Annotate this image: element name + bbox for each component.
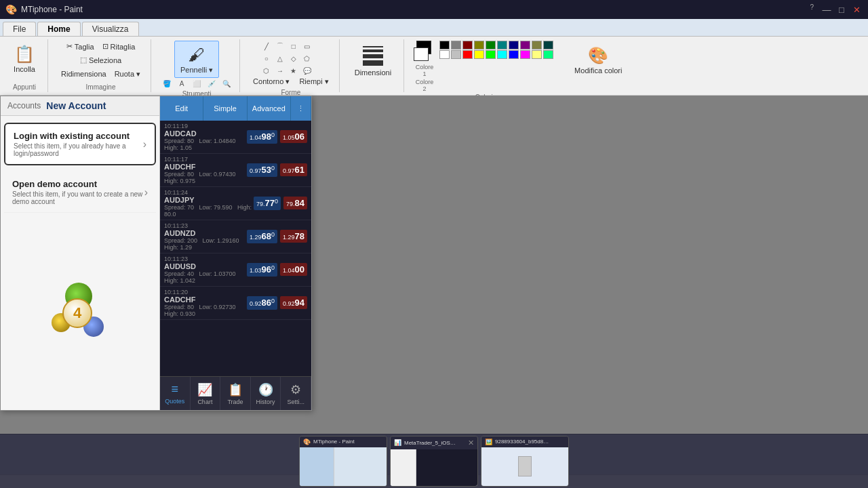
close-button[interactable]: ✕ xyxy=(850,3,863,16)
seleziona-icon: ⬚ xyxy=(80,56,87,64)
color-swatch[interactable] xyxy=(451,50,461,59)
triangle-tool[interactable]: △ xyxy=(274,53,286,64)
tab-settings[interactable]: ⚙ Setti... xyxy=(281,377,311,410)
dimensioni-button[interactable]: Dimensioni xyxy=(349,41,397,79)
callout-tool[interactable]: 💬 xyxy=(301,65,313,76)
fill-tool[interactable]: 🪣 xyxy=(161,78,173,89)
quote-ask[interactable]: 1.0506 xyxy=(280,130,307,143)
window-controls: ? — □ ✕ xyxy=(810,3,863,16)
color-swatch[interactable] xyxy=(462,50,473,59)
quote-row[interactable]: 10:11:19 AUDCAD Spread: 80 Low: 1.04840 … xyxy=(160,121,311,154)
color-swatch[interactable] xyxy=(497,50,507,59)
more-nav-btn[interactable]: ⋮ xyxy=(291,96,311,121)
open-demo-option[interactable]: Open demo account Select this item, if y… xyxy=(4,172,156,213)
minimize-button[interactable]: — xyxy=(821,3,833,16)
taskbar-item-header-0: 🎨 MTiphone - Paint xyxy=(300,436,387,447)
quote-ask[interactable]: 0.9761 xyxy=(280,163,307,176)
tab-chart[interactable]: 📈 Chart xyxy=(191,377,221,410)
tab-file[interactable]: File xyxy=(3,22,36,36)
text-tool[interactable]: A xyxy=(176,78,188,89)
hexagon-tool[interactable]: ⬡ xyxy=(260,65,273,76)
line-tool[interactable]: ╱ xyxy=(260,41,273,52)
bid-main: 77 xyxy=(265,199,275,209)
color-swatch[interactable] xyxy=(439,41,450,49)
color-swatch[interactable] xyxy=(543,41,553,49)
tab-history[interactable]: 🕐 History xyxy=(251,377,281,410)
help-icon[interactable]: ? xyxy=(810,3,814,16)
quote-bid[interactable]: 0.92860 xyxy=(247,296,277,309)
round-rect-tool[interactable]: ▭ xyxy=(301,41,313,52)
maximize-button[interactable]: □ xyxy=(835,3,848,16)
quote-ask[interactable]: 0.9294 xyxy=(280,296,307,309)
ridimensiona-button[interactable]: Ridimensiona xyxy=(58,68,110,79)
ellipse-tool[interactable]: ○ xyxy=(260,53,273,64)
contorno-button[interactable]: Contorno ▾ xyxy=(250,76,293,87)
tab-trade[interactable]: 📋 Trade xyxy=(220,377,251,410)
ritaglia-button[interactable]: ⊡ Ritaglia xyxy=(99,41,139,52)
quote-bid[interactable]: 79.770 xyxy=(254,197,281,209)
curve-tool[interactable]: ⌒ xyxy=(274,41,286,52)
taskbar-close-1[interactable]: ✕ xyxy=(468,439,474,447)
color-swatch[interactable] xyxy=(486,50,496,59)
eraser-tool[interactable]: ⬜ xyxy=(191,78,203,89)
color2-box[interactable] xyxy=(414,47,429,61)
taskbar-item-1[interactable]: 📊 MetaTrader_5_iOS_build... ✕ xyxy=(390,436,478,487)
zoom-tool[interactable]: 🔍 xyxy=(220,78,233,89)
color-swatch[interactable] xyxy=(509,50,519,59)
quote-bid[interactable]: 0.97530 xyxy=(247,163,277,176)
taskbar-item-2[interactable]: 🖼️ 9288933604_b95d885a7f_o - Pa... xyxy=(481,436,569,487)
quote-bid[interactable]: 1.04980 xyxy=(247,130,277,143)
advanced-nav-btn[interactable]: Advanced xyxy=(248,96,291,121)
quote-row[interactable]: 10:11:23 AUDUSD Spread: 40 Low: 1.03700 … xyxy=(160,253,311,287)
color-swatch[interactable] xyxy=(543,50,553,59)
quote-row[interactable]: 10:11:17 AUDCHF Spread: 80 Low: 0.97430 … xyxy=(160,154,311,187)
modifica-colori-button[interactable]: 🎨 Modifica colori xyxy=(569,42,627,89)
pentagon-tool[interactable]: ⬠ xyxy=(301,53,313,64)
quote-row[interactable]: 10:11:20 CADCHF Spread: 80 Low: 0.92730 … xyxy=(160,287,311,320)
seleziona-button[interactable]: ⬚ Seleziona xyxy=(77,54,125,66)
ridimensiona-label: Ridimensiona xyxy=(61,70,106,78)
quote-bid[interactable]: 1.03960 xyxy=(247,263,277,276)
riempi-button[interactable]: Riempi ▾ xyxy=(296,76,332,87)
diamond-tool[interactable]: ◇ xyxy=(288,53,300,64)
quotes-nav: Edit Simple Advanced ⋮ xyxy=(160,96,311,121)
accounts-tab[interactable]: Accounts xyxy=(7,101,41,110)
tab-visualizza[interactable]: Visualizza xyxy=(82,22,139,36)
color-swatch[interactable] xyxy=(474,50,484,59)
color-swatch[interactable] xyxy=(451,41,461,49)
taglia-button[interactable]: ✂ Taglia xyxy=(63,41,98,52)
quote-row[interactable]: 10:11:24 AUDJPY Spread: 70 Low: 79.590 H… xyxy=(160,187,311,220)
paste-button[interactable]: 📋 Incolla xyxy=(8,41,41,76)
canvas-area[interactable]: Accounts New Account Login with existing… xyxy=(0,96,868,434)
edit-nav-btn[interactable]: Edit xyxy=(160,96,203,121)
tool-small-row: 🪣 A ⬜ 💉 🔍 xyxy=(161,78,233,89)
color-swatch[interactable] xyxy=(520,50,530,59)
color-swatch[interactable] xyxy=(520,41,530,49)
color-swatch[interactable] xyxy=(532,41,542,49)
quote-bid[interactable]: 1.29680 xyxy=(247,230,277,243)
login-existing-title: Login with existing account xyxy=(14,131,143,141)
tab-quotes[interactable]: ≡ Quotes xyxy=(160,377,191,410)
ruota-button[interactable]: Ruota ▾ xyxy=(111,68,144,80)
color-swatch[interactable] xyxy=(474,41,484,49)
color-swatch[interactable] xyxy=(486,41,496,49)
rect-tool[interactable]: □ xyxy=(288,41,300,52)
color-swatch[interactable] xyxy=(532,50,542,59)
quote-ask[interactable]: 1.0400 xyxy=(280,263,307,276)
taskbar-item-0[interactable]: 🎨 MTiphone - Paint xyxy=(299,436,387,487)
color-swatch[interactable] xyxy=(462,41,473,49)
arrow-tool[interactable]: → xyxy=(274,65,286,76)
login-existing-option[interactable]: Login with existing account Select this … xyxy=(4,123,156,165)
eyedrop-tool[interactable]: 💉 xyxy=(205,78,218,89)
star-tool[interactable]: ★ xyxy=(288,65,300,76)
color-swatch[interactable] xyxy=(439,50,450,59)
quote-ask[interactable]: 1.2978 xyxy=(280,230,307,243)
quote-ask[interactable]: 79.84 xyxy=(283,197,307,209)
quote-row[interactable]: 10:11:23 AUDNZD Spread: 200 Low: 1.29160… xyxy=(160,220,311,253)
color-swatch[interactable] xyxy=(509,41,519,49)
pennelli-button[interactable]: 🖌 Pennelli ▾ xyxy=(174,41,219,78)
tab-home[interactable]: Home xyxy=(37,22,80,36)
simple-nav-btn[interactable]: Simple xyxy=(203,96,247,121)
color-swatch[interactable] xyxy=(497,41,507,49)
trading-bottom-tabs: ≡ Quotes 📈 Chart 📋 Trade 🕐 History ⚙ xyxy=(160,376,311,410)
